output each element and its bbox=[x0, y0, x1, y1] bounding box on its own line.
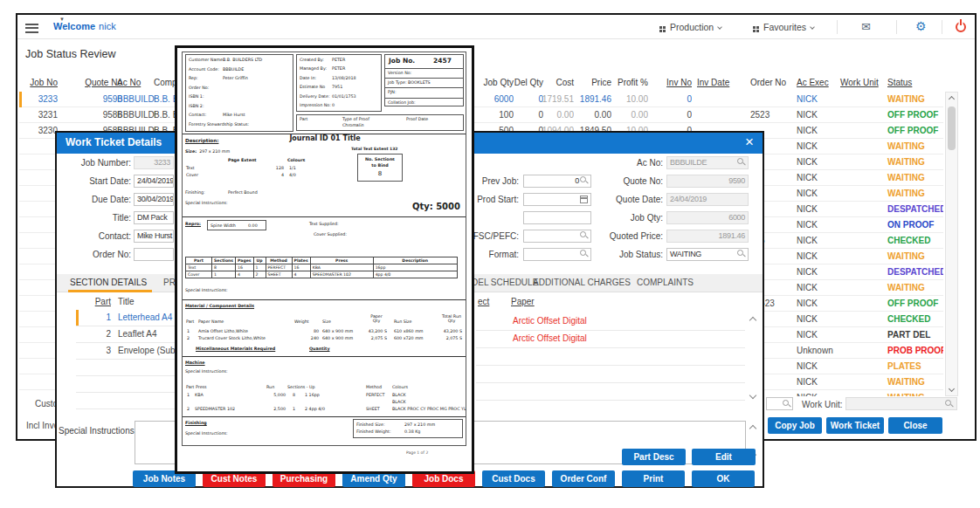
parts-table-header: Part bbox=[186, 257, 212, 264]
cell-status: PROB PROOF bbox=[887, 343, 943, 359]
machine-cell: 2 4pp 4/0 bbox=[305, 407, 325, 412]
cell-status: WAITING bbox=[887, 92, 943, 107]
tab-complaints[interactable]: COMPLAINTS bbox=[637, 278, 694, 287]
scroll-up-icon[interactable] bbox=[749, 425, 756, 432]
column-header-order_no[interactable]: Order No bbox=[750, 78, 792, 87]
title-input[interactable]: DM Pack bbox=[134, 211, 174, 224]
part-column-header[interactable]: Part bbox=[92, 297, 111, 306]
cell-order_no: 2523 bbox=[750, 107, 792, 123]
order-no-input[interactable] bbox=[134, 248, 174, 261]
table-row[interactable]: 32339590BBBUILDEB.B. B600001719.511891.4… bbox=[19, 92, 943, 107]
job-number-label: Job Number: bbox=[59, 158, 131, 168]
table-scrollbar[interactable] bbox=[945, 92, 958, 396]
edit-button[interactable]: Edit bbox=[692, 449, 756, 465]
job-qty-input[interactable]: 6000 bbox=[666, 211, 749, 224]
order-conf-button[interactable]: Order Conf bbox=[552, 470, 615, 487]
copy-job-button[interactable]: Copy Job bbox=[768, 417, 822, 434]
part-title[interactable]: Letterhead A4 bbox=[118, 312, 172, 322]
start-date-input[interactable]: 24/04/2019 bbox=[134, 175, 174, 188]
cell-status: WAITING bbox=[887, 374, 943, 390]
cell-ac_no: BBBUILDE bbox=[117, 107, 155, 123]
job-box-row: PJN: bbox=[385, 87, 463, 97]
contact-input[interactable]: Mike Hurst bbox=[134, 230, 174, 243]
column-header-inv_date[interactable]: Inv Date bbox=[697, 78, 735, 87]
cust-docs-button[interactable]: Cust Docs bbox=[482, 470, 545, 487]
scroll-up-icon[interactable] bbox=[749, 317, 756, 324]
cell-status: WAITING bbox=[887, 390, 943, 396]
part-number[interactable]: 2 bbox=[92, 329, 111, 339]
title-column-header: Title bbox=[118, 297, 135, 306]
quick-search-input[interactable] bbox=[766, 397, 793, 410]
modal-title: Work Ticket Details bbox=[66, 136, 162, 148]
due-date-input[interactable]: 30/04/2019 bbox=[134, 193, 174, 206]
paper-row[interactable]: Arctic Offset Digital bbox=[513, 316, 587, 326]
work-unit-input[interactable] bbox=[845, 397, 957, 410]
tab-additional-charges[interactable]: ADDITIONAL CHARGES bbox=[533, 278, 631, 287]
column-header-work_unit[interactable]: Work Unit bbox=[840, 78, 886, 87]
parts-table-cell: SPEEDMASTER 102 bbox=[310, 271, 373, 278]
column-header-status[interactable]: Status bbox=[887, 78, 957, 87]
size-line: Size: 297 x 210 mm bbox=[185, 149, 230, 154]
part-title[interactable]: Envelope (Sub) bbox=[118, 346, 178, 355]
quote-date-input[interactable]: 24/04/2019 bbox=[666, 193, 749, 206]
machine-cell: 5,000 bbox=[266, 393, 286, 398]
material-cell: 80 bbox=[298, 329, 319, 334]
column-header-price[interactable]: Price bbox=[569, 78, 611, 87]
scroll-down-icon[interactable] bbox=[749, 392, 756, 399]
cell-profit: 0.00 bbox=[606, 107, 648, 123]
cell-status: ON PROOF bbox=[887, 217, 943, 233]
page-number: Page 1 of 2 bbox=[406, 450, 428, 456]
column-header-ac_exec[interactable]: Ac Exec bbox=[797, 78, 837, 87]
username: nick bbox=[99, 21, 116, 31]
ok-button[interactable]: OK bbox=[692, 470, 755, 487]
doc-label: Estimate No bbox=[300, 85, 325, 90]
paper-column-header[interactable]: Paper bbox=[511, 297, 535, 306]
mail-icon[interactable]: ✉ bbox=[861, 20, 871, 33]
paper-row[interactable]: Arctic Offset Digital bbox=[513, 333, 587, 343]
separator bbox=[896, 20, 897, 34]
job-number-input[interactable]: 3233 bbox=[134, 156, 174, 169]
column-header-job_no[interactable]: Job No bbox=[25, 78, 58, 87]
doc-value: 0 bbox=[332, 103, 335, 108]
column-header-quote_no[interactable]: Quote No bbox=[79, 78, 122, 87]
quoted-price-input[interactable]: 1891.46 bbox=[666, 230, 749, 243]
close-button[interactable]: Close bbox=[888, 417, 942, 434]
search-icon[interactable] bbox=[737, 158, 746, 167]
cell-job_no: 3231 bbox=[25, 107, 58, 123]
quote-no-input[interactable]: 9590 bbox=[666, 175, 749, 188]
parts-table-header: Method bbox=[266, 257, 292, 264]
material-cell: 600 x720 mm bbox=[394, 336, 424, 341]
ac-no-input[interactable]: BBBUILDE bbox=[666, 156, 749, 169]
tab-del-schedule[interactable]: DEL SCHEDULE bbox=[472, 278, 538, 287]
machine-cell: 2 bbox=[187, 407, 190, 412]
part-number[interactable]: 1 bbox=[92, 312, 111, 322]
table-row[interactable]: 32319586BBBUILDEB.B. B10000.000.000.0002… bbox=[19, 107, 943, 123]
power-icon[interactable] bbox=[956, 22, 966, 32]
parts-table-cell: 4pp 4/0 bbox=[373, 271, 457, 278]
part-number[interactable]: 3 bbox=[92, 346, 111, 355]
scroll-thumb[interactable] bbox=[948, 106, 956, 150]
favourites-menu[interactable]: Favourites bbox=[753, 22, 814, 32]
scroll-up-icon[interactable] bbox=[949, 96, 955, 102]
column-header-profit[interactable]: Profit % bbox=[606, 78, 648, 87]
hamburger-menu-icon[interactable] bbox=[25, 21, 39, 33]
print-button[interactable]: Print bbox=[622, 470, 685, 487]
column-header-ac_no[interactable]: Ac No bbox=[117, 78, 155, 87]
column-header-inv_no[interactable]: Inv No bbox=[663, 78, 692, 87]
title-label: Title: bbox=[59, 213, 131, 223]
quote-no-label: Quote No: bbox=[546, 176, 663, 186]
part-title[interactable]: Leaflet A4 bbox=[118, 329, 156, 339]
parts-table-cell: 4 bbox=[236, 271, 253, 278]
search-icon[interactable] bbox=[737, 250, 746, 258]
production-menu[interactable]: Production bbox=[659, 22, 721, 32]
machine-cell: 1 16pp bbox=[305, 393, 320, 398]
work-ticket-button[interactable]: Work Ticket bbox=[826, 417, 884, 434]
close-icon[interactable]: × bbox=[745, 134, 754, 151]
tab-section-details[interactable]: SECTION DETAILS bbox=[70, 278, 147, 287]
part-desc-button[interactable]: Part Desc bbox=[622, 449, 686, 465]
job-status-input[interactable]: WAITING bbox=[666, 248, 749, 261]
column-header-cost[interactable]: Cost bbox=[533, 78, 574, 87]
scroll-down-icon[interactable] bbox=[949, 386, 955, 392]
gear-icon[interactable]: ⚙ bbox=[915, 19, 927, 33]
sort-caret-icon[interactable]: ▼ bbox=[59, 17, 65, 22]
